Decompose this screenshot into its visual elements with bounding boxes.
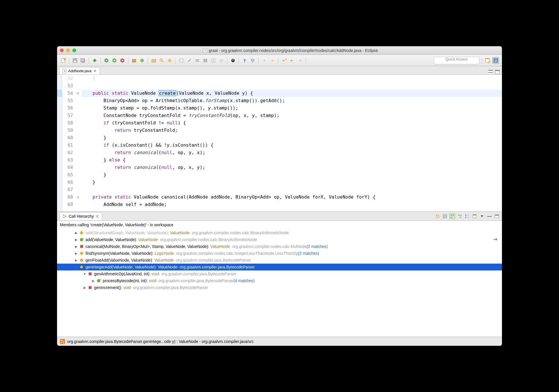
next-annotation-button[interactable] [261,57,268,64]
ext-tools-button[interactable] [119,57,126,64]
svg-text:F: F [100,279,101,280]
call-hierarchy-row[interactable]: ▶genFloatAdd(ValueNode, ValueNode) : Val… [57,257,502,264]
svg-rect-68 [465,217,466,218]
tree-arrow-icon[interactable]: ▶ [74,238,78,242]
call-hierarchy-row[interactable]: ▶add(StructuredGraph, ValueNode, ValueNo… [57,229,502,236]
svg-marker-80 [80,258,83,262]
call-hierarchy-row[interactable]: ▶Scanonical(MulNode, BinaryOp<Mul>, Stam… [57,243,502,250]
method-icon [79,231,84,235]
call-hierarchy-row[interactable]: ▶Sadd(ValueNode, ValueNode) : ValueNode … [57,236,502,243]
new-class-button[interactable]: C [139,57,145,64]
svg-rect-13 [114,60,115,61]
toggle-button-5[interactable] [218,57,225,64]
code-area[interactable]: } public static ValueNode create(ValueNo… [80,75,502,211]
call-hierarchy-row[interactable]: ▼genArithmeticOp(JavaKind, int) : void -… [57,270,502,277]
new-button[interactable]: + [60,57,67,64]
coverage-button[interactable] [111,57,118,64]
view-menu-icon[interactable] [479,213,485,219]
code-editor[interactable]: 525354555657585960616263646566676869 ⊖⊖ … [57,75,502,212]
editor-tab-label: AddNode.java [68,69,92,73]
tree-arrow-icon[interactable]: ▶ [74,231,78,235]
prev-annotation-button[interactable] [269,57,276,64]
refresh-icon[interactable] [435,213,440,219]
pin-view-icon[interactable] [472,213,477,219]
dropdown-button[interactable] [249,57,256,64]
toggle-button-4[interactable] [210,57,217,64]
return-type: : ValueNode [136,237,158,242]
tree-arrow-icon[interactable]: ▶ [83,286,87,290]
svg-marker-40 [263,60,266,62]
goto-icon[interactable] [493,237,499,241]
close-panel-icon[interactable] [96,215,99,218]
editor-tab[interactable]: J AddNode.java [59,67,100,74]
new-package-button[interactable] [131,57,137,64]
tree-arrow-icon[interactable]: ▼ [83,272,87,276]
cancel-icon[interactable] [442,213,448,219]
tree-arrow-icon[interactable]: ▶ [74,258,78,262]
call-hierarchy-tab[interactable]: Call Hierarchy [59,212,102,220]
run-button[interactable] [103,57,110,64]
tree-arrow-icon[interactable]: ▶ [91,279,95,283]
method-signature: genFloatAdd(ValueNode, ValueNode) [86,258,152,262]
last-edit-button[interactable]: ✱ [281,57,287,64]
panel-toolbar: — [435,213,500,219]
save-button[interactable] [72,57,78,64]
wand-button[interactable] [186,57,193,64]
qualifying-class: - org.graalvm.compiler.java.BytecodePars… [159,272,236,276]
maximize-window[interactable] [72,49,76,52]
close-window[interactable] [60,49,64,52]
minimize-window[interactable] [66,49,70,52]
svg-line-66 [459,215,460,217]
java-perspective-button[interactable]: J [492,57,499,64]
call-hierarchy-row[interactable]: ▶findSynonym(ValueNode, ValueNode) : Log… [57,250,502,257]
call-hierarchy-row[interactable]: ▼genIntegerAdd(ValueNode, ValueNode) : V… [57,264,502,270]
history-icon[interactable] [464,213,470,219]
svg-point-35 [232,59,234,60]
method-icon: S [79,244,84,249]
profile-button[interactable] [230,57,236,64]
call-hierarchy-tree[interactable]: ▶add(StructuredGraph, ValueNode, ValueNo… [57,229,502,337]
svg-point-59 [451,217,452,218]
return-type: : void [147,278,156,283]
fold-column[interactable]: ⊖⊖ [75,75,80,211]
svg-marker-41 [271,59,274,61]
forward-button[interactable] [297,57,303,64]
svg-rect-23 [180,59,183,62]
pin-button[interactable] [241,57,248,64]
open-type-button[interactable] [150,57,157,64]
svg-rect-85 [89,286,92,289]
panel-minimize-icon[interactable]: — [487,213,492,219]
close-tab-icon[interactable] [93,69,97,73]
toggle-button-1[interactable] [178,57,185,64]
tree-arrow-icon[interactable]: ▼ [74,265,78,269]
svg-rect-6 [81,58,84,62]
toggle-button-2[interactable] [194,57,201,64]
call-hierarchy-row[interactable]: ▶genIncrement() : void - org.graalvm.com… [57,284,502,291]
maximize-view-icon[interactable] [495,70,500,74]
toggle-button-3[interactable] [202,57,209,64]
svg-text:✱: ✱ [285,58,286,60]
call-hierarchy-row[interactable]: ▶FprocessBytecode(int, int) : void - org… [57,277,502,284]
svg-point-58 [451,215,452,216]
qualifying-class: - org.graalvm.compiler.java.BytecodePars… [177,265,255,269]
call-hierarchy-header: Members calling 'create(ValueNode, Value… [57,221,502,229]
svg-marker-74 [80,231,83,235]
search-button[interactable] [158,57,165,64]
tree-arrow-icon[interactable]: ▶ [74,245,78,248]
save-all-button[interactable] [80,57,86,64]
rss-icon[interactable] [60,339,65,344]
panel-maximize-icon[interactable] [494,213,500,219]
callees-mode-icon[interactable] [457,213,463,219]
callers-mode-icon[interactable] [449,213,455,219]
qualifying-class: - org.graalvm.compiler.nodes.calc.Binary… [158,237,257,242]
open-task-button[interactable] [166,57,173,64]
debug-button[interactable] [91,57,98,64]
minimize-view-icon[interactable]: — [488,70,493,74]
svg-rect-4 [74,61,76,62]
tree-arrow-icon[interactable]: ▶ [74,251,78,255]
editor-tabbar: J AddNode.java — [57,66,502,75]
back-button[interactable] [289,57,295,64]
open-perspective-button[interactable] [484,57,491,64]
java-file-icon: J [62,69,66,73]
quick-access-input[interactable]: Quick Access [434,57,479,64]
